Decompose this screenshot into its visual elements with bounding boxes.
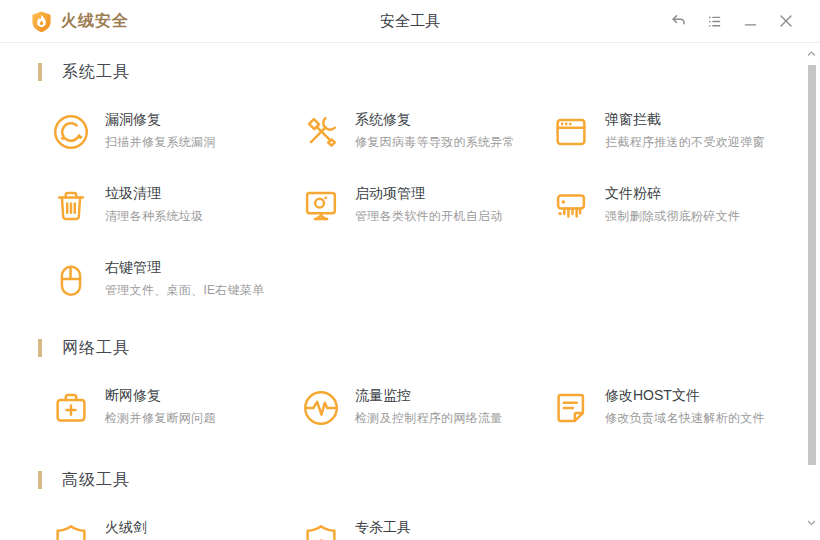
tool-name: 弹窗拦截 bbox=[605, 109, 765, 129]
scrollbar-thumb[interactable] bbox=[808, 65, 816, 465]
app-logo: 火绒安全 bbox=[30, 10, 129, 33]
tool-name: 漏洞修复 bbox=[105, 109, 216, 129]
close-button[interactable] bbox=[768, 0, 804, 42]
tool-item-host-file[interactable]: 修改HOST文件 修改负责域名快速解析的文件 bbox=[550, 382, 800, 456]
tool-item-traffic-monitor[interactable]: 流量监控 检测及控制程序的网络流量 bbox=[300, 382, 550, 456]
close-icon bbox=[778, 13, 794, 29]
section-header: 高级工具 bbox=[38, 470, 820, 490]
section-header: 系统工具 bbox=[38, 62, 820, 82]
tool-grid: 漏洞修复 扫描并修复系统漏洞 系统修复 修复因病毒等导致的系统异常 弹窗拦截 拦… bbox=[50, 106, 820, 328]
scrollbar[interactable] bbox=[803, 43, 820, 540]
tool-name: 垃圾清理 bbox=[105, 183, 203, 203]
tool-desc: 拦截程序推送的不受欢迎弹窗 bbox=[605, 134, 765, 151]
tool-desc: 管理文件、桌面、IE右键菜单 bbox=[105, 282, 265, 299]
vulnerability-scan-icon bbox=[50, 111, 92, 153]
undo-arrow-icon bbox=[670, 13, 687, 30]
tool-item-mouse-rightclick[interactable]: 右键管理 管理文件、桌面、IE右键菜单 bbox=[50, 254, 300, 328]
killer-shield-icon bbox=[300, 519, 342, 540]
tool-item-file-shredder[interactable]: 文件粉碎 强制删除或彻底粉碎文件 bbox=[550, 180, 800, 254]
file-shredder-icon bbox=[550, 185, 592, 227]
app-name: 火绒安全 bbox=[61, 11, 129, 32]
tool-name: 文件粉碎 bbox=[605, 183, 740, 203]
tool-item-vulnerability-scan[interactable]: 漏洞修复 扫描并修复系统漏洞 bbox=[50, 106, 300, 180]
trash-icon bbox=[50, 185, 92, 227]
section-accent-bar bbox=[38, 471, 42, 489]
sword-shield-icon bbox=[50, 519, 92, 540]
app-window: 火绒安全 安全工具 bbox=[0, 0, 820, 540]
tool-name: 修改HOST文件 bbox=[605, 385, 765, 405]
list-menu-icon bbox=[707, 14, 722, 29]
tool-name: 启动项管理 bbox=[355, 183, 503, 203]
network-firstaid-icon bbox=[50, 387, 92, 429]
titlebar: 火绒安全 安全工具 bbox=[0, 0, 820, 43]
tool-desc: 强制删除或彻底粉碎文件 bbox=[605, 208, 740, 225]
section-title: 网络工具 bbox=[62, 338, 130, 359]
tool-item-trash[interactable]: 垃圾清理 清理各种系统垃圾 bbox=[50, 180, 300, 254]
startup-monitor-icon bbox=[300, 185, 342, 227]
host-file-icon bbox=[550, 387, 592, 429]
tool-item-killer-shield[interactable]: 专杀工具 bbox=[300, 514, 550, 540]
section-accent-bar bbox=[38, 63, 42, 81]
tool-item-network-firstaid[interactable]: 断网修复 检测并修复断网问题 bbox=[50, 382, 300, 456]
tool-name: 专杀工具 bbox=[355, 517, 411, 537]
tool-name: 断网修复 bbox=[105, 385, 216, 405]
tools-main: 系统工具 漏洞修复 扫描并修复系统漏洞 系统修复 修复因病毒等导致的系统异常 弹… bbox=[0, 62, 820, 540]
tool-name: 右键管理 bbox=[105, 257, 265, 277]
minimize-icon bbox=[743, 14, 758, 29]
tool-desc: 清理各种系统垃圾 bbox=[105, 208, 203, 225]
tool-desc: 修改负责域名快速解析的文件 bbox=[605, 410, 765, 427]
titlebar-actions bbox=[660, 0, 804, 42]
tool-desc: 检测及控制程序的网络流量 bbox=[355, 410, 503, 427]
tool-item-startup-monitor[interactable]: 启动项管理 管理各类软件的开机自启动 bbox=[300, 180, 550, 254]
scrollbar-down-arrow[interactable] bbox=[803, 516, 820, 530]
minimize-button[interactable] bbox=[732, 0, 768, 42]
section-header: 网络工具 bbox=[38, 338, 820, 358]
repair-tools-icon bbox=[300, 111, 342, 153]
mouse-rightclick-icon bbox=[50, 259, 92, 301]
tool-grid: 断网修复 检测并修复断网问题 流量监控 检测及控制程序的网络流量 修改HOST文… bbox=[50, 382, 820, 456]
section-accent-bar bbox=[38, 339, 42, 357]
tool-desc: 修复因病毒等导致的系统异常 bbox=[355, 134, 515, 151]
tool-item-repair-tools[interactable]: 系统修复 修复因病毒等导致的系统异常 bbox=[300, 106, 550, 180]
tool-grid: 火绒剑 专杀工具 bbox=[50, 514, 820, 540]
tool-name: 流量监控 bbox=[355, 385, 503, 405]
scrollbar-up-arrow[interactable] bbox=[803, 47, 820, 61]
tool-name: 火绒剑 bbox=[105, 517, 147, 537]
back-button[interactable] bbox=[660, 0, 696, 42]
tool-name: 系统修复 bbox=[355, 109, 515, 129]
popup-window-icon bbox=[550, 111, 592, 153]
tool-desc: 检测并修复断网问题 bbox=[105, 410, 216, 427]
tool-desc: 管理各类软件的开机自启动 bbox=[355, 208, 503, 225]
tool-item-popup-window[interactable]: 弹窗拦截 拦截程序推送的不受欢迎弹窗 bbox=[550, 106, 800, 180]
traffic-monitor-icon bbox=[300, 387, 342, 429]
menu-button[interactable] bbox=[696, 0, 732, 42]
huorong-shield-flame-icon bbox=[30, 10, 53, 33]
tool-desc: 扫描并修复系统漏洞 bbox=[105, 134, 216, 151]
tool-item-sword-shield[interactable]: 火绒剑 bbox=[50, 514, 300, 540]
section-title: 系统工具 bbox=[62, 62, 130, 83]
section-title: 高级工具 bbox=[62, 470, 130, 491]
